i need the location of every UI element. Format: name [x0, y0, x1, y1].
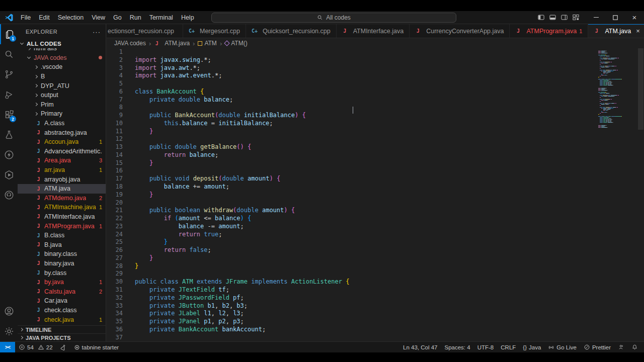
breadcrumb[interactable]: JAVA codes›JATM.java›ATM›ATM(): [107, 38, 644, 48]
menu-view[interactable]: View: [88, 11, 109, 24]
notifications[interactable]: [628, 342, 644, 352]
code-line: 30public class ATM extends JFrame implem…: [107, 278, 644, 286]
tree-item-atmprogram-java[interactable]: JATMProgram.java1: [18, 221, 106, 231]
tab-atminterface-java[interactable]: JATMInterface.java: [337, 24, 410, 38]
tree-item-primary[interactable]: Primary: [18, 109, 106, 119]
breadcrumb-item-java-codes[interactable]: JAVA codes: [114, 40, 146, 47]
breadcrumb-item-atm[interactable]: ATM: [198, 40, 216, 47]
tree-item-java-codes[interactable]: JAVA codes: [18, 53, 106, 63]
tab-quicksort-recursion-cpp[interactable]: C+Quicksort_recursion.cpp: [246, 24, 337, 38]
tree-item-b-java[interactable]: JB.java: [18, 240, 106, 249]
command-center-search[interactable]: All codes: [211, 13, 456, 23]
java-file-icon: J: [36, 317, 41, 322]
tree-item--vscode[interactable]: .vscode: [18, 62, 106, 72]
encoding[interactable]: UTF-8: [474, 342, 498, 352]
tree-item-b-class[interactable]: JB.class: [18, 231, 106, 240]
menu-edit[interactable]: Edit: [35, 11, 54, 24]
tree-item-area-java[interactable]: JArea.java3: [18, 156, 106, 165]
run-status[interactable]: [56, 342, 70, 352]
toggle-panel-icon[interactable]: [549, 14, 556, 21]
explorer-header: EXPLORER ···: [18, 24, 106, 39]
tree-item-a-class[interactable]: JA.class: [18, 119, 106, 128]
code-line: 8: [107, 104, 644, 112]
cursor-position[interactable]: Ln 43, Col 47: [399, 342, 441, 352]
code-editor[interactable]: 12import javax.swing.*;3import java.awt.…: [107, 48, 644, 341]
tab-atmprogram-java[interactable]: JATMProgram.java1: [510, 24, 588, 38]
indentation[interactable]: Spaces: 4: [441, 342, 474, 352]
tab-mergesort-cpp[interactable]: C+Mergesort.cpp: [183, 24, 246, 38]
tree-item-abstracteg-java[interactable]: Jabstracteg.java: [18, 128, 106, 137]
toggle-sidebar-icon[interactable]: [537, 14, 545, 21]
tabnine-status[interactable]: tabnine starter: [70, 342, 123, 352]
class-file-icon: J: [36, 251, 41, 257]
tree-item-output[interactable]: output: [18, 90, 106, 100]
minimap[interactable]: [598, 50, 622, 129]
customize-layout-icon[interactable]: [572, 14, 580, 21]
explorer-activity-icon[interactable]: 1: [0, 24, 18, 44]
testing-activity-icon[interactable]: [0, 125, 18, 145]
eol-sequence[interactable]: CRLF: [497, 342, 519, 352]
github-activity-icon[interactable]: [0, 185, 18, 205]
tree-item-atmimachine-java[interactable]: JATMImachine.java1: [18, 203, 106, 212]
java-file-icon: J: [594, 28, 599, 34]
minimize-button[interactable]: [587, 11, 606, 24]
tree-item-by-class[interactable]: Jby.class: [18, 268, 106, 278]
menu-help[interactable]: Help: [177, 11, 198, 24]
tree-item-check-java[interactable]: Jcheck.java1: [18, 315, 106, 324]
tree-item-advancedarithmetic-class[interactable]: JAdvancedArithmetic.class: [18, 147, 106, 156]
maximize-button[interactable]: [606, 11, 625, 24]
problems-status[interactable]: 54 22: [15, 342, 56, 352]
tree-item-binary-class[interactable]: Jbinary.class: [18, 249, 106, 259]
close-tab-icon[interactable]: ×: [636, 27, 640, 35]
accounts-activity-icon[interactable]: [0, 301, 18, 321]
menu-run[interactable]: Run: [126, 11, 145, 24]
tree-item-label: Primary: [41, 110, 62, 117]
go-live[interactable]: Go Live: [544, 342, 580, 352]
tab-atm-java[interactable]: JATM.java×: [588, 24, 644, 38]
source-control-activity-icon[interactable]: [0, 64, 18, 84]
section-timeline[interactable]: TIMELINE: [18, 325, 106, 333]
remote-indicator[interactable]: ><: [0, 342, 15, 352]
explorer-more-icon[interactable]: ···: [93, 28, 101, 36]
tree-item-dyp-atu[interactable]: DYP_ATU: [18, 81, 106, 90]
tree-item-accoun-java[interactable]: JAccoun.java1: [18, 137, 106, 147]
file-tree[interactable]: html allsJAVA codes.vscodeBDYP_ATUoutput…: [18, 48, 106, 325]
menu-selection[interactable]: Selection: [54, 11, 88, 24]
thunder-client-activity-icon[interactable]: [0, 145, 18, 165]
tree-item-prim[interactable]: Prim: [18, 100, 106, 110]
tree-item-atminterface-java[interactable]: JATMInterface.java: [18, 212, 106, 222]
tree-item-binary-java[interactable]: Jbinary.java: [18, 259, 106, 268]
tree-item-atm-java[interactable]: JATM.java: [18, 184, 106, 194]
extensions-activity-icon[interactable]: 2: [0, 105, 18, 125]
language-mode[interactable]: {} Java: [519, 342, 544, 352]
menu-go[interactable]: Go: [109, 11, 126, 24]
breadcrumb-item-atm-[interactable]: ATM(): [225, 40, 247, 47]
tree-item-arrayobj-java[interactable]: Jarrayobj.java: [18, 174, 106, 184]
code-runner-activity-icon[interactable]: [0, 165, 18, 185]
breadcrumb-item-atm-java[interactable]: JATM.java: [154, 40, 190, 47]
tree-item-arr-java[interactable]: Jarr.java1: [18, 165, 106, 175]
line-number: 15: [107, 159, 130, 166]
toggle-secondary-sidebar-icon[interactable]: [560, 14, 568, 21]
tab-ectionsort-recusion-cpp[interactable]: ectionsort_recusion.cpp: [107, 24, 183, 38]
tree-item-by-java[interactable]: Jby.java1: [18, 278, 106, 287]
section-java-projects[interactable]: JAVA PROJECTS: [18, 333, 106, 341]
tab-currencyconverterapp-java[interactable]: JCurrencyConverterApp.java: [410, 24, 510, 38]
tree-item-check-class[interactable]: Jcheck.class: [18, 306, 106, 315]
search-activity-icon[interactable]: [0, 44, 18, 64]
run-debug-activity-icon[interactable]: [0, 84, 18, 105]
tree-item-atmdemo-java[interactable]: JATMdemo.java2: [18, 194, 106, 203]
feedback[interactable]: [614, 342, 628, 352]
tree-item-calstu-java[interactable]: JCalstu.java2: [18, 287, 106, 296]
menu-file[interactable]: File: [17, 11, 35, 24]
close-button[interactable]: ×: [625, 11, 644, 24]
tree-item-b[interactable]: B: [18, 72, 106, 81]
scrollbar-thumb[interactable]: [638, 48, 643, 130]
tree-root-all-codes[interactable]: ALL CODES: [18, 39, 106, 48]
tree-item-car-java[interactable]: JCar.java: [18, 296, 106, 306]
tree-item-html-alls[interactable]: html alls: [18, 48, 106, 53]
settings-activity-icon[interactable]: [0, 321, 18, 341]
menu-terminal[interactable]: Terminal: [145, 11, 177, 24]
statusbar-right: Ln 43, Col 47 Spaces: 4 UTF-8 CRLF {} Ja…: [399, 342, 644, 352]
prettier-status[interactable]: Prettier: [580, 342, 614, 352]
